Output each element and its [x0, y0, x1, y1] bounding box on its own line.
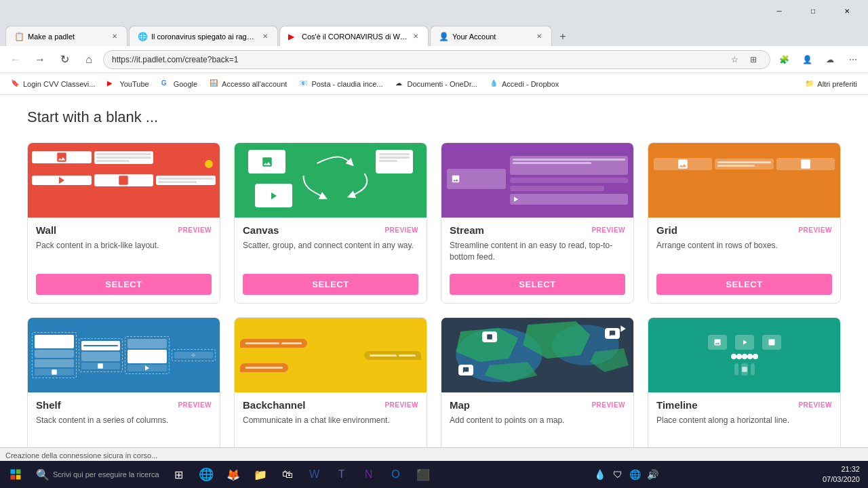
- page-title: Start with a blank ...: [27, 108, 841, 126]
- bookmark-label-5: Posta - claudia ince...: [311, 80, 382, 88]
- taskbar-firefox[interactable]: 🦊: [220, 462, 246, 487]
- svg-marker-5: [145, 365, 149, 371]
- svg-rect-3: [801, 159, 810, 169]
- taskbar-explorer[interactable]: 📁: [248, 462, 273, 487]
- sync-icon[interactable]: ☁: [821, 50, 840, 69]
- start-button[interactable]: [3, 462, 28, 487]
- card-name-stream: Stream: [450, 224, 484, 236]
- tab-favicon-3: ▶: [288, 32, 298, 41]
- tab-close-4[interactable]: ✕: [535, 31, 543, 41]
- card-meta-timeline: Timeline PREVIEW Place content along a h…: [648, 392, 840, 443]
- padlet-grid: Wall PREVIEW Pack content in a brick-lik…: [27, 142, 841, 447]
- bookmark-google[interactable]: G Google: [156, 76, 203, 92]
- bookmark-documenti[interactable]: ☁ Documenti - OneDr...: [390, 76, 483, 92]
- bookmark-posta[interactable]: 📧 Posta - claudia ince...: [294, 76, 388, 92]
- card-canvas[interactable]: Canvas PREVIEW Scatter, group, and conne…: [234, 142, 427, 304]
- card-preview-backchannel[interactable]: PREVIEW: [384, 401, 418, 409]
- forward-button[interactable]: →: [30, 49, 50, 70]
- home-button[interactable]: ⌂: [79, 49, 99, 70]
- card-stream[interactable]: Stream PREVIEW Streamline content in an …: [441, 142, 634, 304]
- card-desc-stream: Streamline content in an easy to read, t…: [450, 240, 625, 264]
- card-meta-canvas: Canvas PREVIEW Scatter, group, and conne…: [235, 218, 427, 268]
- card-name-map: Map: [450, 399, 470, 411]
- card-meta-backchannel: Backchannel PREVIEW Communicate in a cha…: [235, 392, 427, 443]
- firefox-icon: 🦊: [226, 467, 241, 482]
- bookmark-login[interactable]: 🔖 Login CVV Classevi...: [5, 76, 100, 92]
- card-desc-map: Add content to points on a map.: [450, 415, 625, 439]
- bookmarks-more[interactable]: 📁 Altri preferiti: [800, 79, 863, 88]
- tab-make-padlet[interactable]: 📋 Make a padlet ✕: [5, 26, 127, 46]
- network-tray-icon[interactable]: 🌐: [628, 467, 643, 482]
- minimize-button[interactable]: ─: [764, 0, 795, 22]
- card-preview-stream[interactable]: PREVIEW: [591, 226, 625, 234]
- bookmarks-more-label: Altri preferiti: [817, 80, 857, 88]
- bookmark-accesso[interactable]: 🪟 Accesso all'account: [204, 76, 292, 92]
- card-map[interactable]: Map PREVIEW Add content to points on a m…: [441, 317, 634, 447]
- bookmark-favicon-7: 💧: [490, 79, 499, 89]
- card-preview-canvas[interactable]: PREVIEW: [384, 226, 418, 234]
- bookmark-favicon-3: G: [161, 79, 171, 89]
- cortana-button[interactable]: 🔍 Scrivi qui per eseguire la ricerca: [30, 462, 165, 487]
- explorer-icon: 📁: [253, 467, 268, 482]
- taskbar-teams[interactable]: T: [329, 462, 355, 487]
- bookmark-favicon-2: ▶: [107, 79, 117, 89]
- maximize-button[interactable]: □: [797, 0, 829, 22]
- extensions-icon[interactable]: 🧩: [774, 50, 793, 69]
- card-shelf[interactable]: Shelf PREVIEW Stack content in a series …: [27, 317, 220, 447]
- system-tray: 💧 🛡 🌐 🔊: [590, 467, 663, 482]
- bookmark-label-7: Accedi - Dropbox: [502, 80, 559, 88]
- card-image-timeline: [648, 318, 840, 392]
- card-timeline[interactable]: Timeline PREVIEW Place content along a h…: [648, 317, 841, 447]
- bookmark-star-icon[interactable]: ☆: [726, 52, 743, 68]
- card-preview-grid[interactable]: PREVIEW: [798, 226, 832, 234]
- card-grid[interactable]: Grid PREVIEW Arrange content in rows of …: [648, 142, 841, 304]
- card-preview-map[interactable]: PREVIEW: [591, 401, 625, 409]
- menu-icon[interactable]: ⋯: [844, 50, 863, 69]
- taskbar-edge[interactable]: 🌐: [193, 462, 219, 487]
- profile-icon[interactable]: 👤: [797, 50, 816, 69]
- select-wall-button[interactable]: SELECT: [36, 274, 212, 295]
- address-bar[interactable]: https://it.padlet.com/create?back=1 ☆ ⊞: [103, 50, 770, 69]
- tab-coronavirus-1[interactable]: 🌐 Il coronavirus spiegato ai ragazz... ✕: [129, 26, 278, 46]
- svg-marker-2: [514, 197, 518, 202]
- card-preview-wall[interactable]: PREVIEW: [178, 226, 212, 234]
- tab-close-3[interactable]: ✕: [412, 31, 420, 41]
- status-text: Creazione della connessione sicura in co…: [5, 451, 157, 460]
- select-stream-button[interactable]: SELECT: [450, 274, 625, 295]
- reader-mode-icon[interactable]: ⊞: [745, 52, 762, 68]
- volume-tray-icon[interactable]: 🔊: [646, 467, 660, 482]
- word-icon: W: [307, 467, 322, 482]
- card-name-timeline: Timeline: [656, 399, 698, 411]
- card-wall[interactable]: Wall PREVIEW Pack content in a brick-lik…: [27, 142, 220, 304]
- bookmark-dropbox[interactable]: 💧 Accedi - Dropbox: [484, 76, 564, 92]
- search-icon: 🔍: [35, 467, 50, 482]
- card-preview-shelf[interactable]: PREVIEW: [178, 401, 212, 409]
- tab-close-1[interactable]: ✕: [111, 31, 119, 41]
- bookmark-favicon-5: 📧: [299, 79, 309, 89]
- card-backchannel[interactable]: Backchannel PREVIEW Communicate in a cha…: [234, 317, 427, 447]
- new-tab-button[interactable]: +: [553, 27, 572, 46]
- store-icon: 🛍: [280, 467, 295, 482]
- bookmark-youtube[interactable]: ▶ YouTube: [102, 76, 154, 92]
- card-preview-timeline[interactable]: PREVIEW: [798, 401, 832, 409]
- taskbar-word[interactable]: W: [302, 462, 328, 487]
- tab-your-account[interactable]: 👤 Your Account ✕: [430, 26, 552, 46]
- main-content: Start with a blank ...: [0, 95, 868, 447]
- card-meta-stream: Stream PREVIEW Streamline content in an …: [441, 218, 633, 268]
- taskbar-onenote[interactable]: N: [356, 462, 382, 487]
- select-grid-button[interactable]: SELECT: [656, 274, 832, 295]
- antivirus-tray-icon[interactable]: 🛡: [610, 467, 625, 482]
- select-canvas-button[interactable]: SELECT: [243, 274, 418, 295]
- tab-coronavirus-2[interactable]: ▶ Cos'è il CORONAVIRUS di Wuha... ✕: [279, 26, 429, 46]
- system-clock[interactable]: 21:32 07/03/2020: [817, 464, 865, 485]
- reload-button[interactable]: ↻: [54, 49, 75, 70]
- back-button[interactable]: ←: [5, 49, 26, 70]
- taskbar-outlook[interactable]: O: [383, 462, 409, 487]
- taskbar-screencast[interactable]: ⬛: [410, 462, 436, 487]
- dropbox-tray-icon[interactable]: 💧: [593, 467, 608, 482]
- taskbar-store[interactable]: 🛍: [275, 462, 300, 487]
- card-image-canvas: [235, 143, 427, 218]
- task-view-button[interactable]: ⊞: [166, 462, 192, 487]
- tab-close-2[interactable]: ✕: [261, 31, 269, 41]
- close-button[interactable]: ✕: [831, 0, 863, 22]
